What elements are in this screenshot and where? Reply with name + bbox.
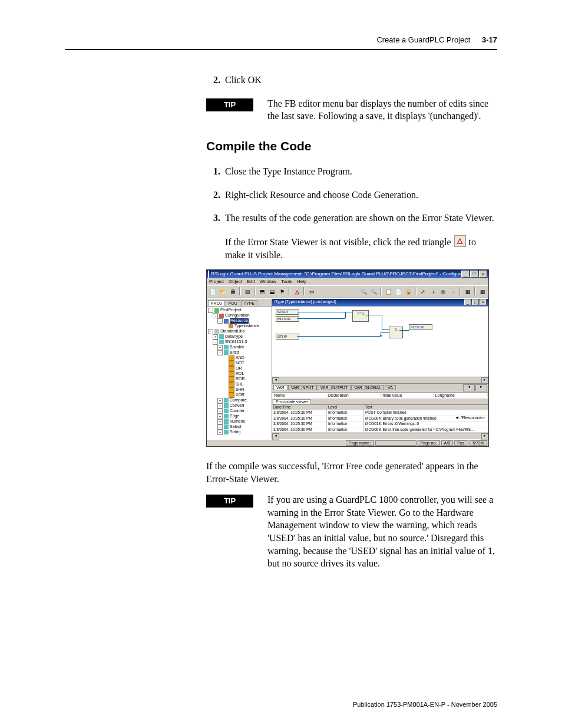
tree-fb-shl[interactable]: SHL: [236, 382, 244, 387]
tab-type[interactable]: TYPE: [241, 300, 257, 306]
tab-proj[interactable]: PROJ: [208, 300, 225, 306]
compile-step-3-num: 3.: [206, 212, 220, 225]
toolbar-grid-icon[interactable]: ▦: [478, 287, 487, 297]
toolbar-zoomin-icon[interactable]: ＋: [428, 287, 438, 297]
toolbar-flag-icon[interactable]: ⚑: [277, 287, 287, 297]
menu-window[interactable]: Window: [260, 279, 276, 284]
window-titlebar[interactable]: RSLogix Guard PLUS Project Management: "…: [207, 270, 488, 278]
var-col-decl[interactable]: Declaration: [326, 393, 380, 397]
var-col-init[interactable]: Initial value: [381, 393, 434, 397]
fb-close-button[interactable]: ×: [480, 299, 487, 305]
toolbar-parent-icon[interactable]: ⬒: [257, 287, 267, 297]
toolbar-paste-icon[interactable]: 📄: [394, 287, 403, 297]
toolbar-zoom1-icon[interactable]: 🔍: [359, 287, 368, 297]
fb-block-motor-out[interactable]: MOTOR: [409, 324, 432, 330]
menu-project[interactable]: Project: [209, 279, 224, 284]
esv-col-datetime[interactable]: Date/Time: [272, 405, 327, 411]
tree-resource[interactable]: Resource: [230, 318, 249, 324]
tree-firstproject[interactable]: FirstProject: [220, 308, 241, 313]
toolbar-print-icon[interactable]: 🖶: [228, 287, 237, 297]
esv-col-level[interactable]: Level: [327, 405, 364, 411]
tab-var[interactable]: VAR: [273, 385, 287, 390]
toolbar-brick-icon[interactable]: ▦: [463, 287, 472, 297]
minimize-button[interactable]: _: [461, 271, 470, 278]
esv-r4-dt: 3/8/2004, 10:25:30 PM: [272, 427, 327, 433]
tree-fb-or[interactable]: OR: [236, 366, 242, 371]
tree-fb-xor[interactable]: XOR: [236, 393, 244, 398]
toolbar-lock-icon[interactable]: 🔒: [404, 287, 413, 297]
menu-tools[interactable]: Tools: [281, 279, 292, 284]
toolbar-zoomout-icon[interactable]: －: [448, 287, 458, 297]
error-state-viewer-tab[interactable]: Error-state viewer: [272, 398, 488, 404]
fb-block-start[interactable]: START: [276, 309, 299, 315]
var-tabs-scroll-right-icon[interactable]: ►: [475, 384, 487, 391]
toolbar-separator: [380, 287, 382, 295]
fb-block-ge1[interactable]: >=1: [352, 310, 369, 322]
menu-help[interactable]: Help: [297, 279, 306, 284]
tree-counter[interactable]: Counter: [230, 409, 244, 414]
tree-select[interactable]: Select: [230, 424, 241, 430]
var-col-long[interactable]: Longname: [434, 393, 488, 397]
fb-block-motor-in[interactable]: MOTOR: [276, 316, 299, 322]
tree-fb-shr[interactable]: SHR: [236, 387, 244, 393]
scroll-left-icon[interactable]: ◄: [272, 433, 279, 440]
fb-horizontal-scrollbar[interactable]: ◄ ►: [272, 377, 488, 383]
fb-editor-titlebar[interactable]: /Type [TypeInstance] (unchanged) _ □ ×: [272, 299, 488, 306]
esv-col-text[interactable]: Text: [364, 405, 488, 411]
tree-fb-ror[interactable]: ROR: [236, 377, 245, 382]
callout-text: /Resource>: [461, 415, 485, 420]
toolbar-error-triangle-icon[interactable]: △: [292, 287, 302, 297]
header-rule: [65, 49, 497, 50]
tree-typeinstance[interactable]: TypeInstance: [234, 324, 259, 329]
tree-iec[interactable]: IEC61131-3: [225, 340, 247, 345]
esv-horizontal-scrollbar[interactable]: ◄ ►: [272, 433, 488, 439]
tree-edge[interactable]: Edge: [230, 414, 239, 419]
tree-bitstr[interactable]: Bitstr: [230, 350, 239, 355]
maximize-button[interactable]: □: [470, 271, 478, 278]
tree-standardlibs[interactable]: StandardLibs: [220, 329, 244, 334]
app-screenshot: RSLogix Guard PLUS Project Management: "…: [206, 269, 489, 447]
tab-var-output[interactable]: VAR_OUTPUT: [318, 385, 351, 390]
menu-edit[interactable]: Edit: [247, 279, 255, 284]
tree-numeric[interactable]: Numeric: [230, 419, 245, 424]
toolbar-copy-icon[interactable]: 📋: [384, 287, 393, 297]
tree-string[interactable]: String: [230, 430, 240, 435]
toolbar-open-icon[interactable]: 📂: [218, 287, 227, 297]
fb-block-stop[interactable]: STOP: [276, 334, 299, 340]
tree-bistable[interactable]: Bistable: [230, 345, 244, 350]
fb-canvas[interactable]: START MOTOR STOP >=1 & MOTOR: [272, 306, 488, 377]
toolbar-box-icon[interactable]: ▭: [307, 287, 316, 297]
fb-maximize-button[interactable]: □: [472, 299, 479, 305]
tab-pou[interactable]: POU: [226, 300, 240, 306]
tree-compare[interactable]: Compare: [230, 398, 247, 403]
project-tree[interactable]: -FirstProject -Configuration -Resource T…: [207, 307, 272, 439]
tree-fb-and[interactable]: AND: [236, 355, 244, 361]
tree-datatype[interactable]: DataType: [225, 334, 243, 340]
esv-tab-label[interactable]: Error-state viewer: [273, 399, 311, 404]
toolbar-new-icon[interactable]: 📄: [208, 287, 217, 297]
tab-var-global[interactable]: VAR_GLOBAL: [351, 385, 384, 390]
toolbar-tree-icon[interactable]: ▤: [243, 287, 252, 297]
fb-block-and[interactable]: &: [389, 327, 403, 338]
toolbar-zoomfit-icon[interactable]: ⤢: [418, 287, 428, 297]
scroll-right-icon[interactable]: ►: [481, 433, 488, 440]
var-tabs-scroll-left-icon[interactable]: ◄: [463, 384, 475, 391]
table-row[interactable]: 3/8/2004, 10:25:30 PM Information MCG018…: [272, 421, 488, 427]
tree-convert[interactable]: Convert: [230, 403, 244, 409]
menu-object[interactable]: Object: [229, 279, 242, 284]
error-state-viewer-grid[interactable]: Date/Time Level Text 3/8/2004, 10:25:30 …: [272, 404, 488, 433]
tree-fb-not[interactable]: NOT: [236, 361, 244, 366]
tab-var-input[interactable]: VAR_INPUT: [288, 385, 317, 390]
menu-bar[interactable]: Project Object Edit Window Tools Help: [207, 278, 488, 285]
toolbar-zoom2-icon[interactable]: 🔍: [369, 287, 378, 297]
toolbar-child-icon[interactable]: ⬓: [267, 287, 277, 297]
table-row[interactable]: 3/8/2004, 10:25:30 PM Information MCG009…: [272, 427, 488, 433]
var-col-name[interactable]: Name: [273, 393, 326, 397]
close-button[interactable]: ×: [479, 271, 487, 278]
fb-minimize-button[interactable]: _: [464, 299, 471, 305]
tab-var-more[interactable]: VA: [385, 385, 396, 390]
tree-configuration[interactable]: Configuration: [225, 313, 250, 318]
tree-fb-rol[interactable]: ROL: [236, 371, 244, 377]
toolbar-zoomactual-icon[interactable]: ◎: [438, 287, 448, 297]
var-grid[interactable]: Name Declaration Initial value Longname: [272, 392, 488, 398]
